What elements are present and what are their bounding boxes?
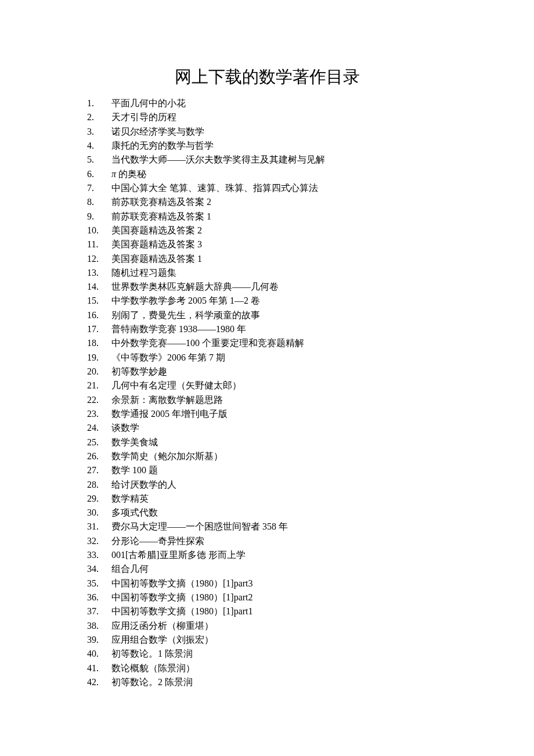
list-item-number: 32. <box>87 534 111 548</box>
list-item-text: 应用泛函分析（柳重堪） <box>111 619 447 633</box>
list-item: 42.初等数论。2 陈景润 <box>87 675 447 689</box>
list-item-number: 9. <box>87 210 111 224</box>
list-item-number: 6. <box>87 167 111 181</box>
list-item-text: 应用组合数学（刘振宏） <box>111 633 447 647</box>
list-item: 4.康托的无穷的数学与哲学 <box>87 139 447 153</box>
list-item-number: 42. <box>87 675 111 689</box>
list-item: 27.数学 100 题 <box>87 463 447 477</box>
list-item-number: 14. <box>87 280 111 294</box>
list-item-text: 世界数学奥林匹克解题大辞典——几何卷 <box>111 280 447 294</box>
list-item-text: π 的奥秘 <box>111 167 447 181</box>
list-item: 19.《中等数学》2006 年第 7 期 <box>87 351 447 365</box>
list-item-text: 数学通报 2005 年增刊电子版 <box>111 407 447 421</box>
list-item: 18.中外数学竞赛——100 个重要定理和竞赛题精解 <box>87 336 447 350</box>
list-item-number: 38. <box>87 619 111 633</box>
list-item: 39.应用组合数学（刘振宏） <box>87 633 447 647</box>
list-item-text: 多项式代数 <box>111 506 447 520</box>
list-item: 35.中国初等数学文摘（1980）[1]part3 <box>87 577 447 591</box>
list-item-number: 31. <box>87 520 111 534</box>
list-item: 26.数学简史（鲍尔加尔斯基） <box>87 449 447 463</box>
list-item-text: 数学美食城 <box>111 435 447 449</box>
list-item-text: 数学精英 <box>111 492 447 506</box>
list-item-number: 40. <box>87 647 111 661</box>
list-item: 9.前苏联竞赛精选及答案 1 <box>87 210 447 224</box>
list-item-number: 22. <box>87 393 111 407</box>
list-item-number: 15. <box>87 294 111 308</box>
list-item-text: 别闹了，费曼先生，科学顽童的故事 <box>111 308 447 322</box>
list-item-number: 27. <box>87 463 111 477</box>
list-item-text: 数论概貌（陈景润） <box>111 661 447 675</box>
list-item-text: 初等数论。1 陈景润 <box>111 647 447 661</box>
list-item-number: 5. <box>87 153 111 167</box>
list-item: 5.当代数学大师——沃尔夫数学奖得主及其建树与见解 <box>87 153 447 167</box>
list-item: 34.组合几何 <box>87 562 447 576</box>
list-item: 2.天才引导的历程 <box>87 110 447 124</box>
list-item: 3.诺贝尔经济学奖与数学 <box>87 125 447 139</box>
list-item-text: 当代数学大师——沃尔夫数学奖得主及其建树与见解 <box>111 153 447 167</box>
list-item: 40.初等数论。1 陈景润 <box>87 647 447 661</box>
list-item-text: 组合几何 <box>111 562 447 576</box>
list-item: 29.数学精英 <box>87 492 447 506</box>
list-item-text: 康托的无穷的数学与哲学 <box>111 139 447 153</box>
list-item-text: 中国初等数学文摘（1980）[1]part2 <box>111 591 447 604</box>
list-item-number: 33. <box>87 548 111 562</box>
list-item-text: 前苏联竞赛精选及答案 1 <box>111 210 447 224</box>
list-item: 7.中国心算大全 笔算、速算、珠算、指算四式心算法 <box>87 181 447 195</box>
list-item-text: 中国初等数学文摘（1980）[1]part3 <box>111 577 447 591</box>
list-item-number: 26. <box>87 449 111 463</box>
list-item: 25.数学美食城 <box>87 435 447 449</box>
list-item: 28.给讨厌数学的人 <box>87 478 447 492</box>
list-item-text: 分形论——奇异性探索 <box>111 534 447 548</box>
list-item-text: 普特南数学竞赛 1938——1980 年 <box>111 322 447 336</box>
list-item: 22.余景新：离散数学解题思路 <box>87 393 447 407</box>
list-item-text: 天才引导的历程 <box>111 110 447 124</box>
list-item-number: 11. <box>87 237 111 251</box>
list-item-number: 18. <box>87 336 111 350</box>
list-item-number: 28. <box>87 478 111 492</box>
list-item-text: 数学简史（鲍尔加尔斯基） <box>111 449 447 463</box>
list-item: 24.谈数学 <box>87 421 447 435</box>
list-item-text: 诺贝尔经济学奖与数学 <box>111 125 447 139</box>
list-item-text: 前苏联竞赛精选及答案 2 <box>111 195 447 209</box>
list-item-text: 给讨厌数学的人 <box>111 478 447 492</box>
list-item-number: 34. <box>87 562 111 576</box>
list-item: 13.随机过程习题集 <box>87 266 447 280</box>
list-item: 1.平面几何中的小花 <box>87 96 447 110</box>
list-item-text: 几何中有名定理（矢野健太郎） <box>111 379 447 393</box>
list-item-text: 美国赛题精选及答案 2 <box>111 224 447 237</box>
list-item-number: 2. <box>87 110 111 124</box>
list-item-number: 29. <box>87 492 111 506</box>
list-item: 20.初等数学妙趣 <box>87 365 447 379</box>
list-item-text: 001[古希腊]亚里斯多德 形而上学 <box>111 548 447 562</box>
list-item: 31.费尔马大定理——一个困惑世间智者 358 年 <box>87 520 447 534</box>
list-item-text: 随机过程习题集 <box>111 266 447 280</box>
list-item: 36.中国初等数学文摘（1980）[1]part2 <box>87 591 447 604</box>
list-item-number: 13. <box>87 266 111 280</box>
list-item-number: 23. <box>87 407 111 421</box>
list-item-number: 12. <box>87 252 111 266</box>
list-item: 6.π 的奥秘 <box>87 167 447 181</box>
list-item: 32.分形论——奇异性探索 <box>87 534 447 548</box>
list-item-number: 41. <box>87 661 111 675</box>
list-item: 15.中学数学教学参考 2005 年第 1—2 卷 <box>87 294 447 308</box>
list-item-number: 20. <box>87 365 111 379</box>
list-item: 12.美国赛题精选及答案 1 <box>87 252 447 266</box>
list-item-text: 中国心算大全 笔算、速算、珠算、指算四式心算法 <box>111 181 447 195</box>
list-item-number: 3. <box>87 125 111 139</box>
list-item-number: 37. <box>87 604 111 618</box>
list-item-number: 16. <box>87 308 111 322</box>
list-item-number: 39. <box>87 633 111 647</box>
list-item-number: 19. <box>87 351 111 365</box>
list-item-number: 17. <box>87 322 111 336</box>
list-item-text: 数学 100 题 <box>111 463 447 477</box>
list-item-number: 30. <box>87 506 111 520</box>
list-item-number: 36. <box>87 591 111 604</box>
book-list: 1.平面几何中的小花2.天才引导的历程3.诺贝尔经济学奖与数学4.康托的无穷的数… <box>87 96 447 689</box>
list-item-number: 24. <box>87 421 111 435</box>
list-item-number: 35. <box>87 577 111 591</box>
list-item: 38.应用泛函分析（柳重堪） <box>87 619 447 633</box>
list-item-text: 中学数学教学参考 2005 年第 1—2 卷 <box>111 294 447 308</box>
list-item-text: 美国赛题精选及答案 1 <box>111 252 447 266</box>
list-item: 10.美国赛题精选及答案 2 <box>87 224 447 237</box>
list-item-text: 《中等数学》2006 年第 7 期 <box>111 351 447 365</box>
